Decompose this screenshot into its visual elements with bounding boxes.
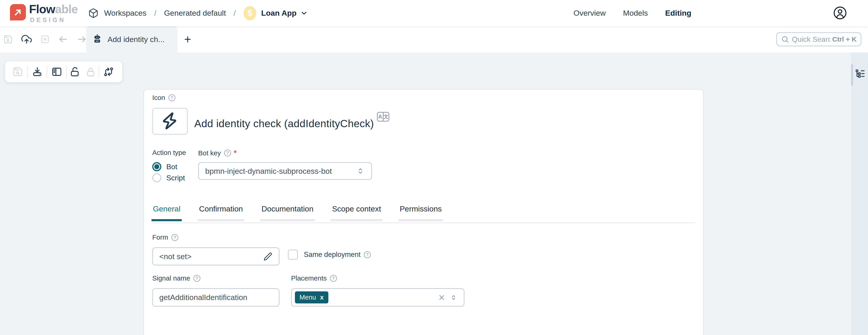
brand-text-bold: Flow [29,2,55,16]
save-button[interactable] [8,61,27,82]
tag-remove-icon[interactable]: x [320,294,324,301]
tab-confirmation[interactable]: Confirmation [198,204,244,221]
tab-label: Add identity ch... [107,35,164,44]
radio-bot-label: Bot [166,163,177,171]
search-shortcut-hint: Ctrl + K [832,35,857,43]
quick-search-box[interactable]: Ctrl + K [776,32,861,46]
properties-tabs: General Confirmation Documentation Scope… [152,204,443,221]
signal-name-label: Signal name ? [152,274,200,282]
help-icon[interactable]: ? [224,149,231,157]
form-field-label: Form ? [152,233,178,241]
top-header: Flowable DESIGN Workspaces / Generated d… [0,0,868,26]
breadcrumb-workspace-name[interactable]: Generated default [164,9,226,18]
breadcrumb-separator: / [154,9,156,18]
nav-item-overview[interactable]: Overview [574,9,606,18]
bot-key-select[interactable]: bpmn-inject-dynamic-subprocess-bot [198,162,372,180]
model-tree-toggle-button[interactable] [855,69,865,79]
form-reference-input[interactable]: <not set> [152,247,279,266]
arrow-up-right-icon [13,7,23,17]
nav-item-editing[interactable]: Editing [665,9,691,18]
action-properties-card: Icon ? Add identity check (addIdentityCh… [144,89,704,335]
page-title: Add identity check (addIdentityCheck) [194,118,374,130]
signal-name-input[interactable]: getAdditionalIdentification [152,288,279,307]
tab-permissions[interactable]: Permissions [398,204,443,221]
placements-multiselect[interactable]: Menu x [291,288,464,307]
panel-resize-handle[interactable] [851,64,853,86]
redo-button[interactable] [77,34,87,44]
help-icon[interactable]: ? [364,251,371,258]
radio-option-bot[interactable]: Bot [152,162,177,171]
x-square-icon [40,35,50,44]
icon-label-text: Icon [152,94,165,102]
unlock-model-button[interactable] [67,61,83,82]
breadcrumb-workspaces[interactable]: Workspaces [104,9,146,18]
action-type-label: Action type [152,149,186,157]
form-value: <not set> [159,252,264,261]
new-tab-button[interactable]: + [181,26,194,53]
workspace-cube-icon [88,8,99,19]
required-asterisk: * [234,149,237,157]
tab-add-identity-check[interactable]: Add identity ch... [86,26,178,53]
compare-versions-button[interactable] [99,61,118,82]
flowable-logo[interactable]: Flowable DESIGN [10,3,78,23]
nav-item-models[interactable]: Models [623,9,648,18]
tab-documentation[interactable]: Documentation [260,204,315,221]
app-badge-icon: $ [244,6,256,20]
download-model-button[interactable] [28,61,47,82]
translate-right-glyph: 文 [383,113,389,121]
same-deployment-option[interactable]: Same deployment ? [288,249,371,260]
same-deployment-label: Same deployment ? [304,250,371,259]
arrow-left-icon [58,34,68,44]
structure-side-panel [851,53,868,335]
chevrons-up-down-icon [450,294,457,301]
breadcrumb-app-name[interactable]: Loan App [261,9,297,18]
top-navigation: Overview Models Editing [574,0,691,26]
lock-model-button[interactable] [83,61,99,82]
tab-general[interactable]: General [152,204,182,221]
pencil-edit-icon[interactable] [264,252,273,261]
editor-toolbar [5,61,122,82]
action-type-label-text: Action type [152,149,186,157]
tag-label: Menu [300,294,316,301]
lock-icon [85,66,96,77]
help-icon[interactable]: ? [171,234,178,241]
clear-selection-icon[interactable] [438,294,445,301]
brand-subtitle: DESIGN [30,17,78,23]
action-icon-picker[interactable] [152,108,188,135]
chevron-down-icon[interactable] [300,9,308,17]
unlock-icon [69,66,80,77]
form-label-text: Form [152,233,168,241]
translate-left-glyph: A [378,113,383,121]
tabs-baseline [152,223,695,223]
translate-icon[interactable]: A 文 [377,112,389,122]
placement-tag-menu: Menu x [295,291,328,303]
placements-label: Placements ? [291,274,337,282]
toggle-side-panel-button[interactable] [47,61,66,82]
close-variable-button[interactable] [40,35,50,44]
undo-button[interactable] [58,34,68,44]
flowable-design-app: Flowable DESIGN Workspaces / Generated d… [0,0,868,335]
same-deployment-label-text: Same deployment [304,250,361,259]
lightning-bolt-icon [159,111,180,132]
tree-list-icon [855,69,865,79]
help-icon[interactable]: ? [193,275,200,282]
bot-key-label: Bot key ? * [198,149,237,157]
tab-bar-actions [3,26,87,53]
breadcrumb-separator: / [234,9,236,18]
git-compare-icon [103,66,114,77]
save-icon [12,67,23,77]
tab-scope-context[interactable]: Scope context [331,204,382,221]
placements-label-text: Placements [291,274,327,282]
help-icon[interactable]: ? [168,94,176,101]
same-deployment-checkbox[interactable] [288,249,298,260]
model-tab-bar: Add identity ch... + Ctrl + K [0,26,868,53]
chevrons-up-down-icon [356,166,365,175]
save-model-button[interactable] [3,35,13,44]
signal-name-value: getAdditionalIdentification [159,293,273,302]
bot-key-value: bpmn-inject-dynamic-subprocess-bot [205,167,356,175]
help-icon[interactable]: ? [330,275,337,282]
user-avatar[interactable] [833,6,847,20]
quick-search-input[interactable] [792,35,831,44]
publish-button[interactable] [21,34,32,44]
radio-option-script[interactable]: Script [152,173,185,182]
